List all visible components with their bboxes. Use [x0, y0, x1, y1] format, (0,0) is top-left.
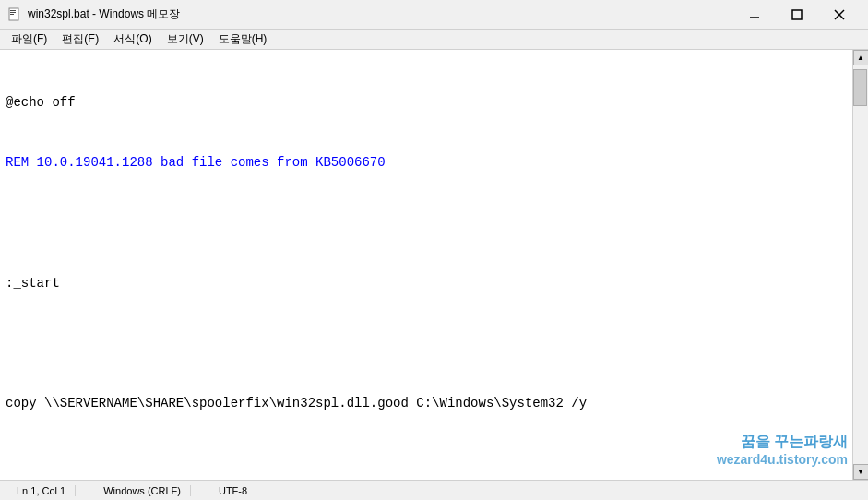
text-editor[interactable]: @echo off REM 10.0.19041.1288 bad file c… [0, 50, 852, 480]
title-bar: win32spl.bat - Windows 메모장 [0, 0, 868, 30]
menu-view[interactable]: 보기(V) [160, 30, 211, 49]
maximize-button[interactable] [776, 0, 818, 30]
svg-rect-1 [10, 10, 16, 11]
menu-help[interactable]: 도움말(H) [211, 30, 275, 49]
line-6: copy \\SERVERNAME\SHARE\spoolerfix\win32… [6, 394, 847, 414]
line-3 [6, 214, 847, 234]
app-icon [7, 7, 22, 22]
menu-file[interactable]: 파일(F) [4, 30, 54, 49]
window-title: win32spl.bat - Windows 메모장 [28, 6, 733, 22]
scroll-thumb[interactable] [853, 69, 867, 106]
line-5 [6, 334, 847, 354]
scroll-track[interactable] [853, 65, 868, 464]
close-button[interactable] [818, 0, 861, 30]
status-position: Ln 1, Col 1 [7, 485, 76, 496]
minimize-button[interactable] [733, 0, 776, 30]
status-encoding: Windows (CRLF) [94, 485, 191, 496]
svg-rect-2 [10, 12, 16, 13]
status-bar: Ln 1, Col 1 Windows (CRLF) UTF-8 [0, 480, 868, 500]
scroll-down-button[interactable]: ▼ [853, 464, 869, 480]
line-2: REM 10.0.19041.1288 bad file comes from … [6, 153, 847, 173]
menu-format[interactable]: 서식(O) [106, 30, 159, 49]
line-4: :_start [6, 274, 847, 294]
vertical-scrollbar[interactable]: ▲ ▼ [852, 50, 868, 480]
window-controls [733, 0, 861, 30]
line-1: @echo off [6, 93, 847, 113]
menu-bar: 파일(F) 편집(E) 서식(O) 보기(V) 도움말(H) [0, 30, 868, 50]
svg-rect-3 [10, 14, 14, 15]
scroll-up-button[interactable]: ▲ [853, 50, 869, 65]
menu-edit[interactable]: 편집(E) [54, 30, 106, 49]
svg-rect-5 [792, 10, 802, 19]
status-charset: UTF-8 [209, 485, 256, 496]
editor-container: @echo off REM 10.0.19041.1288 bad file c… [0, 50, 868, 480]
line-7 [6, 454, 847, 474]
